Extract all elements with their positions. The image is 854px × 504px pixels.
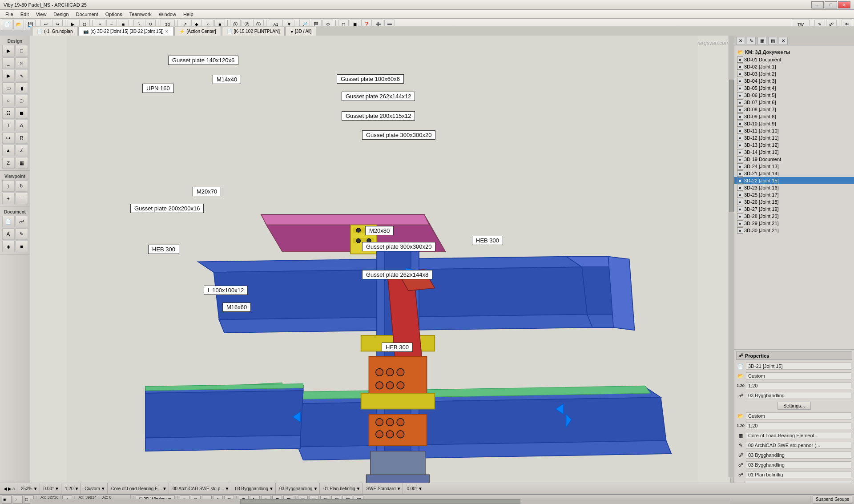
ellipse-tool[interactable]: ◌ — [16, 95, 28, 106]
tree-item-3d23[interactable]: ■ 3D-23 [Joint 16] — [734, 184, 854, 191]
rotation-display[interactable]: 0.00° ▼ — [405, 483, 424, 494]
tree-item-3d13[interactable]: ■ 3D-13 [Joint 12] — [734, 141, 854, 149]
doc-tool-6[interactable]: ■ — [16, 241, 28, 252]
prop-custom-1[interactable]: Custom — [746, 372, 851, 379]
v-scroll-thumb[interactable] — [729, 80, 734, 212]
poly-tool[interactable]: ▶ — [2, 70, 15, 81]
tree-item-3d25[interactable]: ■ 3D-25 [Joint 17] — [734, 191, 854, 198]
settings-button[interactable]: Settings... — [777, 402, 811, 410]
tab-3d-all[interactable]: ● [3D / All] — [286, 27, 316, 36]
scale-display[interactable]: 1:20 ▼ — [63, 483, 81, 494]
menu-design[interactable]: Design — [50, 11, 72, 18]
doc-tool-1[interactable]: 📄 — [2, 216, 15, 227]
panel-close-btn[interactable]: ✕ — [736, 37, 745, 45]
zoom-out-tool[interactable]: - — [16, 193, 28, 204]
nav-icons[interactable]: ◀ ▶ ⌂ — [2, 483, 17, 494]
prop-item-name[interactable]: 3D-21 [Joint 15] — [746, 363, 851, 370]
fill-tool[interactable]: ◼ — [16, 107, 28, 119]
level-tool[interactable]: ▲ — [2, 145, 15, 156]
zoom-in-tool[interactable]: + — [2, 193, 15, 204]
prop-element[interactable]: Core of Load-Bearing Element... — [746, 432, 851, 439]
angle-tool[interactable]: ∠ — [16, 145, 28, 156]
menu-options[interactable]: Options — [102, 11, 126, 18]
prop-layer-3[interactable]: 03 Bygghandling — [746, 461, 851, 468]
std-dropdown[interactable]: ▼ — [397, 486, 401, 491]
std-display[interactable]: SWE Standard ▼ — [364, 483, 403, 494]
marquee-tool[interactable]: □ — [16, 45, 28, 56]
tab-action-center[interactable]: ⚡ [Action Center] — [174, 27, 221, 36]
menu-file[interactable]: File — [2, 11, 17, 18]
vertical-scrollbar[interactable] — [729, 36, 734, 477]
doc-tool-3[interactable]: A — [2, 228, 15, 240]
menu-teamwork[interactable]: Teamwork — [126, 11, 155, 18]
suspend-groups-btn[interactable]: Suspend Groups — [813, 496, 852, 504]
panel-pin-btn[interactable]: ✎ — [747, 37, 756, 45]
text-tool[interactable]: T — [2, 120, 15, 131]
horizontal-scrollbar[interactable] — [30, 499, 730, 504]
tab-3d22[interactable]: 📷 (c) 3D-22 [Joint 15] [3D-22 [Joint 15]… — [78, 27, 173, 36]
prop-scale-2[interactable]: 1:20 — [746, 422, 851, 429]
layer1-display[interactable]: 03 Bygghandling ▼ — [233, 483, 275, 494]
spline-tool[interactable]: ∿ — [16, 70, 28, 81]
circle-tool[interactable]: ○ — [2, 95, 15, 106]
back-icon[interactable]: ◀ — [4, 486, 7, 491]
line-tool[interactable]: ⎯ — [2, 57, 15, 69]
tree-item-3d05[interactable]: ■ 3D-05 [Joint 4] — [734, 85, 854, 92]
rect-tool[interactable]: ▭ — [2, 82, 15, 94]
figure-tool[interactable]: ▦ — [16, 157, 28, 169]
zoom-dropdown-icon[interactable]: ▼ — [33, 486, 38, 491]
dim-tool[interactable]: ↦ — [2, 132, 15, 144]
pen-set-display[interactable]: 00 ArchiCAD SWE std.p... ▼ — [171, 483, 232, 494]
tree-item-3d09[interactable]: ■ 3D-09 [Joint 8] — [734, 113, 854, 120]
doc-tool-4[interactable]: ✎ — [16, 228, 28, 240]
tree-item-3d28[interactable]: ■ 3D-28 [Joint 20] — [734, 213, 854, 220]
layer3-dropdown[interactable]: ▼ — [356, 486, 360, 491]
close-button[interactable]: ✕ — [838, 1, 850, 8]
maximize-button[interactable]: □ — [825, 1, 837, 8]
select-tool[interactable]: ▶ — [2, 45, 15, 56]
tree-item-3d19[interactable]: ■ 3D-19 Document — [734, 156, 854, 163]
fwd-icon[interactable]: ▶ — [8, 486, 12, 491]
tree-item-3d24[interactable]: ■ 3D-24 [Joint 13] — [734, 163, 854, 170]
tab-grundplan[interactable]: 📄 (-1. Grundplan — [32, 27, 77, 36]
pan-tool[interactable]: 〉 — [2, 180, 15, 192]
tree-item-3d27[interactable]: ■ 3D-27 [Joint 19] — [734, 206, 854, 213]
panel-paste-btn[interactable]: ▤ — [768, 37, 777, 45]
label-tool[interactable]: A — [16, 120, 28, 131]
custom-dropdown-1[interactable]: ▼ — [101, 486, 105, 491]
angle-display[interactable]: 0.00° ▼ — [42, 483, 61, 494]
mesh-tool[interactable]: ☷ — [2, 107, 15, 119]
tree-item-3d07[interactable]: ■ 3D-07 [Joint 6] — [734, 99, 854, 106]
prop-layer-2[interactable]: 03 Bygghandling — [746, 452, 851, 459]
tree-item-3d21[interactable]: ■ 3D-21 [Joint 14] — [734, 170, 854, 177]
rotation-dropdown[interactable]: ▼ — [418, 486, 423, 491]
menu-edit[interactable]: Edit — [17, 11, 32, 18]
tree-item-3d02[interactable]: ■ 3D-02 [Joint 1] — [734, 63, 854, 70]
open-button[interactable]: 📂 — [13, 20, 24, 29]
tree-item-3d04[interactable]: ■ 3D-04 [Joint 3] — [734, 77, 854, 85]
layer1-dropdown[interactable]: ▼ — [269, 486, 274, 491]
menu-help[interactable]: Help — [180, 11, 197, 18]
orbit-tool[interactable]: ↻ — [16, 180, 28, 192]
scale-dropdown-icon[interactable]: ▼ — [74, 486, 79, 491]
prop-layer-1[interactable]: 03 Bygghandling — [746, 392, 851, 399]
h-scroll-thumb[interactable] — [240, 499, 520, 504]
radial-dim-tool[interactable]: R — [16, 132, 28, 144]
bottom-icon-2[interactable]: ○ — [13, 496, 23, 504]
tree-header[interactable]: 📂 КМ: 3Д Документы — [734, 48, 854, 56]
minimize-button[interactable]: — — [811, 1, 824, 8]
window-controls[interactable]: — □ ✕ — [811, 1, 850, 8]
layer3-display[interactable]: 01 Plan befintlig ▼ — [322, 483, 363, 494]
zoom-display[interactable]: 253% ▼ — [19, 483, 40, 494]
custom-display-1[interactable]: Custom ▼ — [83, 483, 107, 494]
tree-item-3d12[interactable]: ■ 3D-12 [Joint 11] — [734, 134, 854, 141]
load-bearing-dropdown[interactable]: ▼ — [162, 486, 167, 491]
rot-rect-tool[interactable]: ▮ — [16, 82, 28, 94]
tree-item-3d08[interactable]: ■ 3D-08 [Joint 7] — [734, 106, 854, 113]
doc-tool-5[interactable]: ◈ — [2, 241, 15, 252]
doc-tool-2[interactable]: ☍ — [16, 216, 28, 227]
tree-item-3d01[interactable]: ■ 3D-01 Document — [734, 56, 854, 63]
menu-window[interactable]: Window — [155, 11, 180, 18]
tree-item-3d22[interactable]: ■ 3D-22 [Joint 15] — [734, 177, 854, 184]
new-button[interactable]: 📄 — [2, 20, 12, 29]
